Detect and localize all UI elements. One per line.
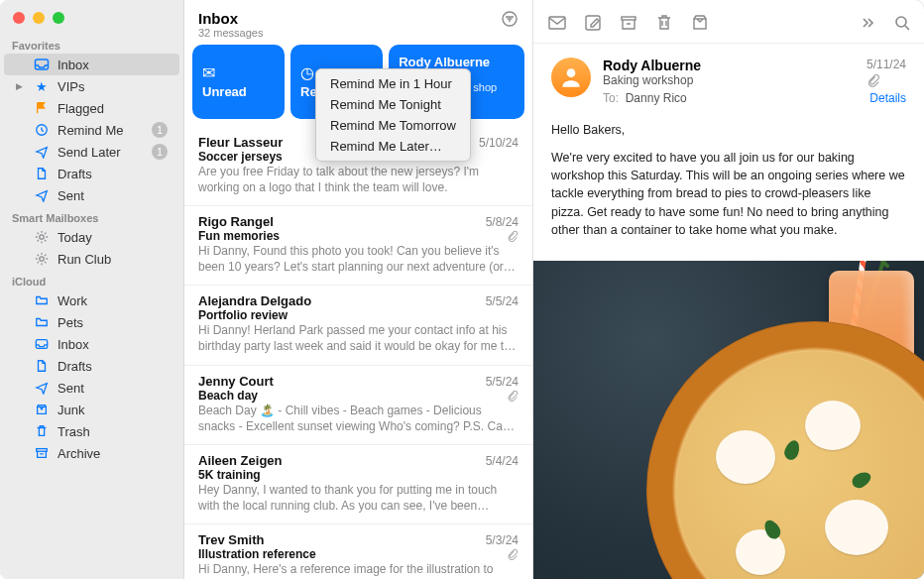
date: 5/8/24: [486, 215, 519, 229]
chevron-right-icon[interactable]: ▶: [16, 81, 26, 91]
subject: 5K training: [198, 468, 519, 482]
preview: Are you free Friday to talk about the ne…: [198, 164, 519, 195]
badge: 1: [152, 144, 168, 160]
sender: Jenny Court: [198, 374, 486, 389]
trash-icon[interactable]: [654, 13, 672, 31]
message-row[interactable]: Rigo Rangel5/8/24Fun memoriesHi Danny, F…: [184, 206, 532, 286]
from-name: Rody Albuerne: [603, 58, 855, 73]
subject: Beach day: [198, 389, 519, 403]
date: 5/4/24: [486, 454, 519, 468]
document-icon: [34, 166, 50, 181]
svg-point-12: [567, 68, 576, 77]
svg-rect-9: [622, 17, 635, 20]
svg-point-3: [40, 257, 44, 261]
date: 5/3/24: [486, 533, 519, 547]
svg-point-11: [896, 17, 906, 27]
attachment-icon: [507, 548, 519, 560]
attachment-icon: [507, 230, 519, 242]
trash-icon: [34, 423, 50, 439]
sidebar-item-remind-me[interactable]: Remind Me 1: [4, 119, 179, 141]
sidebar-item-sent[interactable]: Sent: [4, 184, 179, 206]
message-row[interactable]: Jenny Court5/5/24Beach dayBeach Day 🏝️ -…: [184, 366, 532, 445]
body-paragraph: We're very excited to have you all join …: [551, 149, 906, 239]
search-icon[interactable]: [892, 13, 910, 31]
to-line: To: Danny Rico: [603, 91, 855, 105]
window-controls: [0, 0, 183, 34]
archive-icon[interactable]: [619, 13, 636, 31]
junk-icon[interactable]: [690, 13, 708, 31]
sidebar-item-junk[interactable]: Junk: [4, 399, 179, 420]
menu-remind-tonight[interactable]: Remind Me Tonight: [316, 94, 470, 115]
minimize-window-button[interactable]: [33, 12, 45, 24]
sidebar-item-work[interactable]: Work: [4, 290, 179, 311]
subject: Portfolio review: [198, 308, 519, 322]
filter-button[interactable]: [501, 10, 519, 28]
date: 5/5/24: [486, 375, 519, 389]
clock-icon: [34, 122, 50, 138]
sender: Alejandra Delgado: [198, 293, 486, 308]
reader-pane: Rody Albuerne Baking workshop To: Danny …: [533, 0, 924, 579]
flag-icon: [34, 100, 50, 116]
body-greeting: Hello Bakers,: [551, 121, 906, 139]
compose-icon[interactable]: [583, 13, 601, 31]
attachment-icon: [866, 73, 906, 87]
message-header: Rody Albuerne Baking workshop To: Danny …: [533, 44, 924, 115]
remind-context-menu: Remind Me in 1 Hour Remind Me Tonight Re…: [315, 68, 471, 162]
sidebar-item-today[interactable]: Today: [4, 226, 179, 248]
date: 5/10/24: [479, 136, 519, 150]
sidebar-item-drafts[interactable]: Drafts: [4, 163, 179, 184]
sidebar-item-inbox-icloud[interactable]: Inbox: [4, 333, 179, 355]
sidebar-item-inbox[interactable]: Inbox: [4, 54, 179, 75]
gear-icon: [34, 251, 50, 267]
preview: Hi Danny, Found this photo you took! Can…: [198, 243, 519, 275]
message-row[interactable]: Trev Smith5/3/24Illustration referenceHi…: [184, 524, 532, 579]
sender: Aileen Zeigen: [198, 453, 486, 468]
sidebar-item-send-later[interactable]: Send Later 1: [4, 141, 179, 163]
pizza-graphic: [646, 321, 924, 579]
attached-image: [533, 261, 924, 579]
sidebar-item-run-club[interactable]: Run Club: [4, 248, 179, 270]
paperplane-icon: [34, 380, 50, 396]
sidebar-item-flagged[interactable]: Flagged: [4, 97, 179, 119]
badge: 1: [152, 122, 168, 138]
message-date: 5/11/24: [866, 58, 906, 71]
to-name: Danny Rico: [626, 91, 687, 105]
gear-icon: [34, 229, 50, 245]
message-body: Hello Bakers, We're very excited to have…: [533, 115, 924, 261]
svg-rect-7: [549, 17, 565, 29]
menu-remind-1hour[interactable]: Remind Me in 1 Hour: [316, 73, 470, 94]
sidebar-item-vips[interactable]: ▶ ★ VIPs: [4, 75, 179, 97]
fullscreen-window-button[interactable]: [53, 12, 64, 24]
menu-remind-tomorrow[interactable]: Remind Me Tomorrow: [316, 115, 470, 136]
date: 5/5/24: [486, 294, 519, 308]
details-link[interactable]: Details: [866, 91, 906, 105]
star-icon: ★: [34, 78, 50, 94]
sidebar-item-archive[interactable]: Archive: [4, 442, 179, 464]
section-icloud: iCloud: [0, 270, 183, 290]
menu-remind-later[interactable]: Remind Me Later…: [316, 136, 470, 157]
close-window-button[interactable]: [13, 12, 25, 24]
folder-icon: [34, 314, 50, 330]
sender: Trev Smith: [198, 532, 486, 547]
mailbox-title: Inbox: [198, 10, 263, 27]
inbox-icon: [34, 336, 50, 352]
message-row[interactable]: Alejandra Delgado5/5/24Portfolio reviewH…: [184, 286, 532, 365]
more-icon[interactable]: [857, 13, 874, 31]
preview: Hey Danny, I wanted to thank you for put…: [198, 482, 519, 514]
sidebar-item-trash[interactable]: Trash: [4, 420, 179, 442]
sender: Rigo Rangel: [198, 214, 486, 229]
sidebar: Favorites Inbox ▶ ★ VIPs Flagged Remind …: [0, 0, 184, 579]
sidebar-item-drafts-icloud[interactable]: Drafts: [4, 355, 179, 377]
avatar: [551, 58, 591, 97]
svg-point-2: [40, 235, 44, 239]
section-smart: Smart Mailboxes: [0, 206, 183, 226]
sidebar-item-pets[interactable]: Pets: [4, 311, 179, 333]
envelope-icon[interactable]: [547, 13, 565, 31]
sidebar-item-sent-icloud[interactable]: Sent: [4, 377, 179, 399]
preview: Hi Danny, Here's a reference image for t…: [198, 561, 519, 579]
top-cards-row: ✉︎ Unread ◷ Remind Rody Albuerne shop We…: [184, 45, 532, 127]
message-row[interactable]: Aileen Zeigen5/4/245K trainingHey Danny,…: [184, 445, 532, 524]
list-header: Inbox 32 messages: [184, 0, 532, 45]
card-unread[interactable]: ✉︎ Unread: [192, 45, 285, 119]
archive-icon: [34, 445, 50, 461]
